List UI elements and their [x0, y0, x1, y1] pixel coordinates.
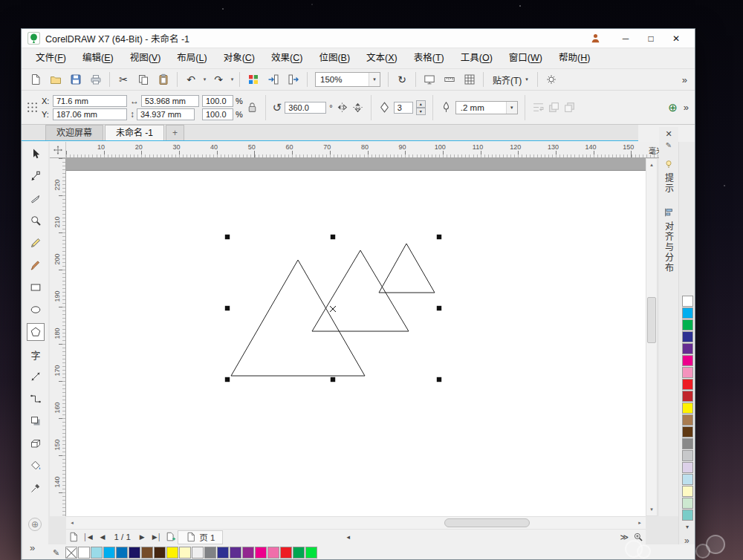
to-back-icon[interactable] — [563, 101, 576, 114]
menu-effects[interactable]: 效果(C) — [263, 48, 311, 68]
horizontal-ruler[interactable]: 毫米 102030405060708090100110120130140150 — [66, 142, 666, 158]
freehand-tool[interactable] — [27, 234, 45, 252]
color-swatch[interactable] — [267, 547, 279, 559]
scale-v-input[interactable]: 100.0 — [202, 108, 233, 120]
color-swatch[interactable] — [682, 307, 693, 319]
new-document-icon[interactable] — [26, 71, 45, 88]
color-swatch[interactable] — [682, 462, 693, 473]
open-icon[interactable] — [46, 71, 65, 88]
color-swatch[interactable] — [217, 547, 229, 559]
toolbar-overflow[interactable]: » — [679, 74, 690, 85]
add-page-icon[interactable] — [166, 532, 176, 542]
points-input[interactable]: 3 — [394, 102, 413, 114]
color-swatch[interactable] — [204, 547, 216, 559]
menu-window[interactable]: 窗口(W) — [501, 48, 551, 68]
scroll-down-icon[interactable]: ▾ — [646, 504, 657, 515]
stepper-up-icon[interactable]: ▴ — [416, 100, 426, 108]
undo-dropdown[interactable]: ▾ — [201, 76, 208, 82]
export-icon[interactable] — [284, 71, 303, 88]
show-rulers-icon[interactable] — [440, 71, 459, 88]
menu-layout[interactable]: 布局(L) — [169, 48, 215, 68]
quick-customize-button[interactable]: ⊕ — [665, 101, 681, 114]
maximize-button[interactable]: □ — [638, 33, 663, 44]
drawing-canvas[interactable] — [66, 158, 646, 516]
paste-icon[interactable] — [154, 71, 173, 88]
new-tab-button[interactable]: + — [166, 125, 184, 140]
zoom-tool[interactable] — [27, 212, 45, 229]
horizontal-scrollbar[interactable]: ◂ ▸ — [66, 516, 646, 529]
extrude-tool[interactable] — [27, 434, 45, 452]
search-content-icon[interactable] — [244, 71, 263, 88]
color-swatch[interactable] — [682, 367, 693, 378]
color-swatch[interactable] — [682, 391, 693, 402]
mirror-horizontal-icon[interactable] — [336, 101, 348, 114]
pick-tool[interactable] — [27, 145, 45, 163]
redo-icon[interactable]: ↷ — [209, 71, 228, 88]
title-bar[interactable]: CorelDRAW X7 (64-Bit) - 未命名 -1 ─ □ ✕ — [22, 29, 695, 48]
color-swatch[interactable] — [682, 486, 693, 497]
points-stepper[interactable]: ▴▾ — [416, 100, 426, 115]
snap-to-dropdown[interactable]: 贴齐(T)▾ — [487, 71, 533, 88]
color-swatch[interactable] — [305, 547, 317, 559]
tab-document[interactable]: 未命名 -1 — [105, 125, 164, 140]
page-tab[interactable]: 页 1 — [178, 530, 223, 544]
no-color-swatch[interactable] — [65, 547, 77, 559]
color-swatch[interactable] — [129, 547, 140, 559]
docker-edit-icon[interactable]: ✎ — [666, 141, 672, 149]
color-swatch[interactable] — [293, 547, 305, 559]
outline-width-select[interactable]: .2 mm▾ — [455, 101, 518, 114]
scroll-up-icon[interactable]: ▴ — [646, 160, 657, 170]
menu-bitmaps[interactable]: 位图(B) — [311, 48, 358, 68]
palette-scroll-down-icon[interactable]: ▾ — [686, 524, 689, 530]
object-width-input[interactable]: 53.968 mm — [141, 95, 199, 107]
menu-table[interactable]: 表格(T) — [406, 48, 452, 68]
print-icon[interactable] — [86, 71, 106, 88]
lock-ratio-icon[interactable] — [246, 101, 259, 114]
color-swatch[interactable] — [192, 547, 204, 559]
menu-edit[interactable]: 编辑(E) — [74, 48, 122, 68]
y-position-input[interactable]: 187.06 mm — [53, 108, 127, 120]
color-swatch[interactable] — [682, 498, 693, 509]
color-swatch[interactable] — [682, 379, 693, 390]
copy-icon[interactable] — [134, 71, 153, 88]
fullscreen-preview-icon[interactable] — [420, 71, 439, 88]
color-swatch[interactable] — [154, 547, 166, 559]
ellipse-tool[interactable] — [27, 301, 45, 319]
text-tool[interactable]: 字 — [27, 345, 45, 363]
color-swatch[interactable] — [280, 547, 292, 559]
color-swatch[interactable] — [682, 474, 693, 485]
close-button[interactable]: ✕ — [663, 33, 689, 44]
rectangle-tool[interactable] — [27, 279, 45, 296]
to-front-icon[interactable] — [548, 101, 560, 114]
color-swatch[interactable] — [166, 547, 178, 559]
show-grid-icon[interactable] — [460, 71, 479, 88]
color-swatch[interactable] — [179, 547, 191, 559]
menu-help[interactable]: 帮助(H) — [551, 48, 598, 68]
scroll-left-icon[interactable]: ◂ — [67, 518, 77, 528]
color-swatch[interactable] — [682, 414, 693, 426]
crop-tool[interactable] — [27, 189, 45, 207]
undo-icon[interactable]: ↶ — [181, 71, 201, 88]
docker-tab-align-distribute[interactable]: 对齐与分布 — [663, 204, 675, 277]
color-swatch[interactable] — [682, 355, 693, 366]
tab-scroll-left-icon[interactable]: ◂ — [343, 533, 353, 541]
color-swatch[interactable] — [91, 547, 103, 559]
menu-object[interactable]: 对象(C) — [215, 48, 263, 68]
menu-view[interactable]: 视图(V) — [122, 48, 169, 68]
color-swatch[interactable] — [103, 547, 115, 559]
artistic-media-tool[interactable] — [27, 256, 45, 274]
shape-tool[interactable] — [27, 167, 45, 185]
docker-close-icon[interactable]: ✕ — [665, 129, 672, 139]
smart-fill-tool[interactable] — [27, 457, 45, 475]
minimize-button[interactable]: ─ — [613, 33, 638, 44]
user-account-icon[interactable] — [590, 33, 601, 44]
import-icon[interactable] — [264, 71, 283, 88]
color-swatch[interactable] — [255, 547, 267, 559]
color-swatch[interactable] — [682, 296, 693, 307]
color-swatch[interactable] — [682, 438, 693, 449]
polygon-tool[interactable] — [27, 323, 45, 341]
color-swatch[interactable] — [682, 426, 693, 437]
redo-dropdown[interactable]: ▾ — [229, 76, 236, 82]
object-height-input[interactable]: 34.937 mm — [137, 108, 195, 120]
color-swatch[interactable] — [682, 319, 693, 331]
